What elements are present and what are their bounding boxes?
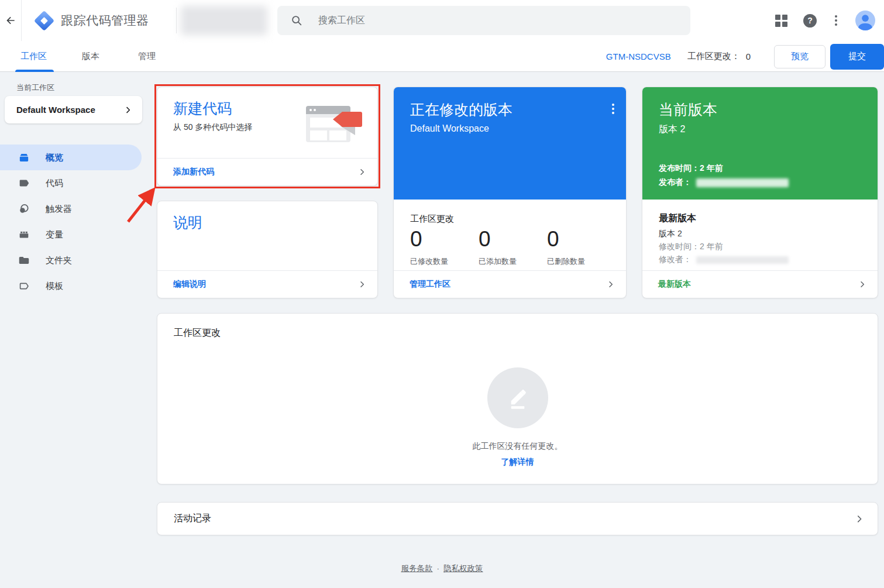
sidebar-item-label: 触发器 bbox=[46, 204, 72, 215]
publisher-row: 发布者： bbox=[659, 177, 789, 188]
sidebar-item-label: 代码 bbox=[46, 178, 63, 189]
stat-added-label: 已添加数量 bbox=[479, 256, 547, 267]
trigger-icon bbox=[18, 202, 30, 215]
new-tag-subtitle: 从 50 多种代码中选择 bbox=[173, 122, 252, 133]
overview-icon bbox=[18, 151, 30, 164]
editing-version-card: 正在修改的版本 Default Workspace 工作区更改 0 已修改数量 … bbox=[393, 87, 627, 298]
more-options-icon[interactable] bbox=[833, 13, 840, 28]
account-avatar[interactable] bbox=[855, 11, 875, 30]
stat-deleted-label: 已删除数量 bbox=[547, 256, 615, 267]
back-button[interactable] bbox=[0, 0, 22, 41]
edit-description-label: 编辑说明 bbox=[173, 279, 206, 290]
latest-version-button[interactable]: 最新版本 bbox=[642, 270, 878, 298]
tab-workspace[interactable]: 工作区 bbox=[20, 41, 47, 72]
app-title: 跟踪代码管理器 bbox=[61, 0, 149, 41]
sidebar-item-templates[interactable]: 模板 bbox=[0, 273, 142, 299]
help-icon[interactable]: ? bbox=[803, 14, 817, 27]
manage-workspace-button[interactable]: 管理工作区 bbox=[394, 270, 626, 298]
chevron-right-icon bbox=[123, 105, 133, 115]
sidebar-item-label: 模板 bbox=[46, 281, 63, 292]
new-tag-card: 新建代码 从 50 多种代码中选择 添加新代码 bbox=[157, 87, 378, 186]
stat-modified-value: 0 bbox=[410, 228, 479, 252]
appbar-actions: ? bbox=[775, 0, 875, 41]
search-icon bbox=[290, 14, 303, 27]
activity-history-title: 活动记录 bbox=[174, 513, 211, 525]
publisher-label: 发布者： bbox=[659, 177, 692, 188]
workspace-selector[interactable]: Default Workspace bbox=[5, 96, 142, 123]
template-icon bbox=[18, 280, 30, 293]
description-card: 说明 编辑说明 bbox=[157, 201, 378, 298]
footer-separator: · bbox=[437, 564, 440, 573]
workspace-changes-heading: 工作区更改 bbox=[410, 214, 454, 225]
gtm-workspace-page: 跟踪代码管理器 搜索工作区 ? 工作区 bbox=[0, 0, 884, 588]
live-version-header: 当前版本 版本 2 发布时间：2 年前 发布者： bbox=[642, 87, 878, 200]
learn-more-link[interactable]: 了解详情 bbox=[157, 457, 878, 467]
empty-state-circle bbox=[487, 367, 548, 428]
tab-admin-label: 管理 bbox=[138, 51, 156, 62]
description-title: 说明 bbox=[173, 213, 202, 232]
sidebar-item-triggers[interactable]: 触发器 bbox=[0, 196, 142, 222]
header-divider bbox=[176, 8, 177, 33]
workspace-tabbar: 工作区 版本 管理 GTM-NSDCVSB 工作区更改： 0 预览 提交 bbox=[0, 41, 884, 72]
stat-deleted-value: 0 bbox=[547, 228, 615, 252]
search-placeholder: 搜索工作区 bbox=[318, 15, 365, 27]
tab-admin[interactable]: 管理 bbox=[138, 41, 156, 72]
editing-version-title: 正在修改的版本 bbox=[410, 100, 512, 119]
app-header: 跟踪代码管理器 搜索工作区 ? bbox=[0, 0, 884, 41]
card-menu-icon[interactable] bbox=[610, 101, 617, 116]
chevron-right-icon bbox=[357, 167, 367, 177]
back-arrow-icon bbox=[5, 15, 16, 26]
tag-illustration bbox=[306, 104, 362, 142]
sidebar-item-overview[interactable]: 概览 bbox=[0, 145, 142, 170]
stat-added-value: 0 bbox=[479, 228, 547, 252]
live-version-number: 版本 2 bbox=[659, 123, 685, 136]
submit-button[interactable]: 提交 bbox=[830, 44, 884, 70]
sidebar-item-label: 文件夹 bbox=[46, 255, 72, 266]
tab-workspace-label: 工作区 bbox=[20, 51, 47, 62]
folder-icon bbox=[18, 254, 30, 267]
chevron-right-icon bbox=[357, 280, 367, 289]
sidebar-menu: 概览 代码 触发器 变量 文件夹 bbox=[0, 145, 142, 299]
current-workspace-label: 当前工作区 bbox=[16, 82, 54, 93]
preview-button[interactable]: 预览 bbox=[774, 45, 825, 68]
activity-history-card[interactable]: 活动记录 bbox=[157, 502, 878, 535]
latest-version-heading: 最新版本 bbox=[659, 212, 696, 225]
terms-link[interactable]: 服务条款 bbox=[401, 564, 433, 573]
sidebar-item-folders[interactable]: 文件夹 bbox=[0, 247, 142, 273]
workspace-changes-label: 工作区更改： bbox=[687, 51, 740, 62]
sidebar-item-variables[interactable]: 变量 bbox=[0, 222, 142, 247]
redacted-account-name bbox=[181, 6, 267, 35]
published-time: 发布时间：2 年前 bbox=[659, 163, 723, 174]
search-input[interactable]: 搜索工作区 bbox=[277, 6, 690, 35]
container-id-link[interactable]: GTM-NSDCVSB bbox=[606, 51, 671, 61]
modified-time: 修改时间：2 年前 bbox=[659, 242, 723, 252]
chevron-right-icon bbox=[858, 280, 867, 289]
workspace-changes-count: 0 bbox=[746, 51, 751, 61]
footer: 服务条款·隐私权政策 bbox=[0, 563, 884, 574]
workspace-name: Default Workspace bbox=[16, 105, 95, 115]
stat-modified-label: 已修改数量 bbox=[410, 256, 479, 267]
chevron-right-icon bbox=[606, 280, 615, 289]
sidebar-item-tags[interactable]: 代码 bbox=[0, 170, 142, 196]
gtm-logo bbox=[33, 10, 54, 31]
tab-versions-label: 版本 bbox=[82, 51, 99, 62]
tab-versions[interactable]: 版本 bbox=[82, 41, 99, 72]
tabbar-actions: GTM-NSDCVSB 工作区更改： 0 预览 提交 bbox=[606, 41, 884, 72]
workspace-changes-card: 工作区更改 此工作区没有任何更改。 了解详情 bbox=[157, 313, 878, 484]
add-new-tag-button[interactable]: 添加新代码 bbox=[157, 158, 377, 185]
editing-version-workspace: Default Workspace bbox=[410, 123, 489, 134]
modifier-label: 修改者： bbox=[659, 255, 692, 265]
new-tag-title: 新建代码 bbox=[173, 99, 232, 118]
stat-modified: 0 已修改数量 bbox=[410, 228, 479, 267]
live-version-title: 当前版本 bbox=[659, 100, 717, 119]
edit-description-button[interactable]: 编辑说明 bbox=[157, 270, 377, 298]
manage-workspace-label: 管理工作区 bbox=[410, 279, 450, 290]
latest-version-label: 最新版本 bbox=[658, 279, 691, 290]
redacted-modifier bbox=[696, 256, 789, 264]
privacy-link[interactable]: 隐私权政策 bbox=[443, 564, 483, 573]
apps-grid-icon[interactable] bbox=[775, 15, 787, 27]
variables-icon bbox=[18, 228, 30, 241]
changes-stats: 0 已修改数量 0 已添加数量 0 已删除数量 bbox=[410, 228, 615, 267]
sidebar-item-label: 概览 bbox=[46, 152, 63, 163]
stat-deleted: 0 已删除数量 bbox=[547, 228, 615, 267]
